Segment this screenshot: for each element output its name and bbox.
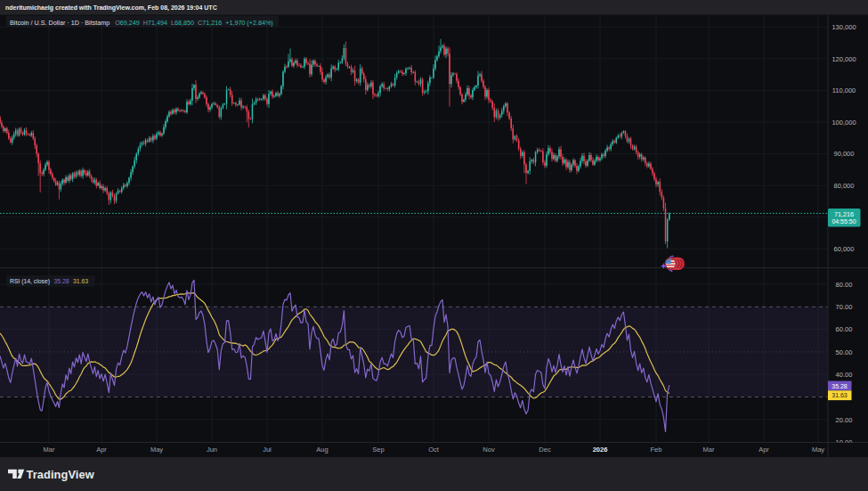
svg-text:Jul: Jul bbox=[263, 446, 272, 454]
svg-text:TradingView: TradingView bbox=[27, 468, 94, 481]
svg-text:70.00: 70.00 bbox=[836, 303, 853, 311]
svg-text:40.00: 40.00 bbox=[836, 371, 853, 379]
svg-text:130,000: 130,000 bbox=[831, 23, 856, 31]
svg-text:100,000: 100,000 bbox=[831, 119, 856, 127]
svg-text:Apr: Apr bbox=[96, 446, 107, 454]
svg-text:Apr: Apr bbox=[758, 446, 769, 454]
svg-text:Feb: Feb bbox=[651, 446, 662, 454]
svg-text:60,000: 60,000 bbox=[834, 245, 855, 253]
svg-text:71,216: 71,216 bbox=[834, 210, 854, 218]
svg-text:Sep: Sep bbox=[372, 446, 384, 454]
svg-text:Mar: Mar bbox=[44, 446, 55, 454]
svg-text:60.00: 60.00 bbox=[836, 325, 853, 333]
svg-text:04:55:50: 04:55:50 bbox=[831, 218, 856, 225]
svg-text:Aug: Aug bbox=[316, 446, 328, 454]
svg-text:RSI (14, close)35.2831.63: RSI (14, close)35.2831.63 bbox=[10, 278, 88, 285]
svg-text:90,000: 90,000 bbox=[834, 150, 855, 158]
svg-text:80,000: 80,000 bbox=[834, 182, 855, 190]
svg-text:80.00: 80.00 bbox=[836, 281, 853, 289]
svg-text:110,000: 110,000 bbox=[832, 86, 856, 94]
svg-text:20.00: 20.00 bbox=[836, 416, 853, 424]
svg-text:Oct: Oct bbox=[428, 446, 440, 454]
svg-text:120,000: 120,000 bbox=[831, 55, 856, 63]
svg-text:2026: 2026 bbox=[593, 446, 608, 454]
svg-text:35.28: 35.28 bbox=[831, 383, 848, 389]
svg-text:Mar: Mar bbox=[703, 446, 715, 454]
svg-text:31.63: 31.63 bbox=[831, 392, 848, 398]
svg-text:nderitumichaelg created with T: nderitumichaelg created with TradingView… bbox=[5, 4, 217, 12]
svg-text:May: May bbox=[812, 446, 824, 454]
svg-text:50.00: 50.00 bbox=[836, 348, 853, 356]
svg-text:Jun: Jun bbox=[207, 446, 217, 454]
svg-text:Dec: Dec bbox=[539, 446, 551, 454]
svg-text:May: May bbox=[150, 446, 163, 454]
svg-text:Nov: Nov bbox=[483, 446, 495, 454]
